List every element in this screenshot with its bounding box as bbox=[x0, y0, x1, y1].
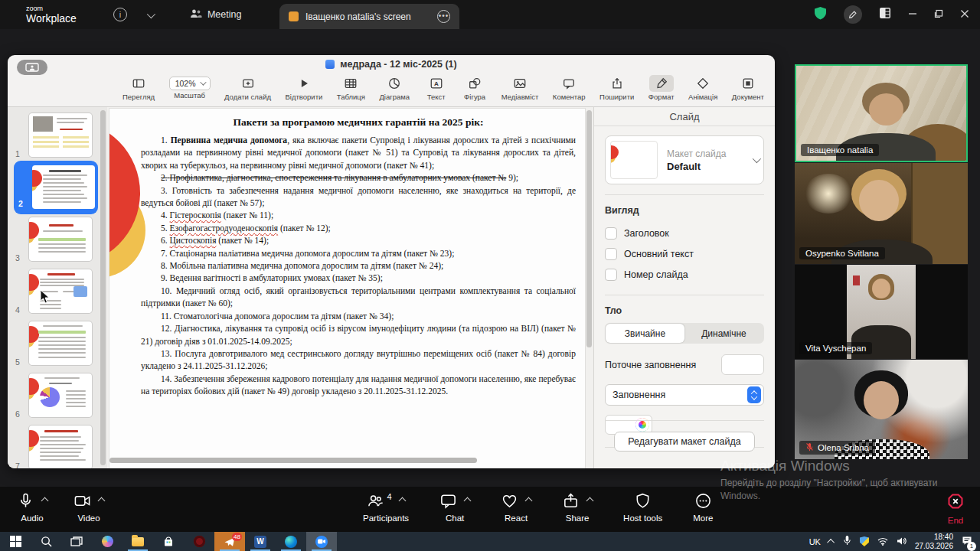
zoom-workplace-logo: zoom Workplace bbox=[26, 5, 77, 24]
chat-button[interactable]: Chat bbox=[439, 492, 470, 523]
document-icon bbox=[736, 75, 760, 92]
checkbox-unchecked[interactable] bbox=[605, 227, 617, 240]
toolbar-button-zoom[interactable]: 102%Масштаб bbox=[169, 75, 211, 99]
document-paragraph: 11. Стоматологічна допомога дорослим та … bbox=[141, 310, 576, 322]
edit-slide-layout-button[interactable]: Редагувати макет слайда bbox=[614, 432, 755, 452]
keynote-toolbar: Перегляд102%МасштабДодати слайдВідтворит… bbox=[8, 73, 775, 107]
segment-dynamic[interactable]: Динамічне bbox=[684, 324, 763, 343]
slide-thumbnail-5[interactable]: 5 bbox=[8, 320, 107, 369]
taskbar-copilot-icon[interactable] bbox=[92, 532, 122, 551]
taskbar-edge-icon[interactable] bbox=[276, 532, 306, 551]
toolbar-button-add-slide[interactable]: Додати слайд bbox=[224, 75, 271, 101]
tab-meeting[interactable]: Meeting bbox=[190, 8, 241, 21]
participant-video-1[interactable]: Іващенко natalia bbox=[795, 64, 968, 162]
notification-center-icon[interactable]: 1 bbox=[962, 535, 972, 549]
format-icon bbox=[649, 75, 674, 92]
security-shield-icon[interactable] bbox=[814, 6, 827, 23]
taskbar-word-icon[interactable]: W bbox=[245, 532, 276, 551]
slide-canvas[interactable]: Пакети за програмою медичних гарантій на… bbox=[107, 107, 593, 468]
fill-type-select[interactable]: Заповнення bbox=[605, 384, 764, 406]
checkbox-unchecked[interactable] bbox=[605, 248, 617, 260]
toolbar-button-chart[interactable]: Діаграма bbox=[379, 75, 410, 101]
chevron-up-icon[interactable] bbox=[464, 497, 472, 505]
more-button[interactable]: More bbox=[693, 492, 713, 523]
participant-name-label: Vita Vyschepan bbox=[799, 342, 872, 354]
slide-2-editing-area[interactable]: Пакети за програмою медичних гарантій на… bbox=[109, 109, 585, 468]
chevron-up-icon[interactable] bbox=[586, 497, 594, 505]
wifi-icon[interactable] bbox=[877, 535, 888, 549]
participant-video-2[interactable]: Osypenko Svitlana bbox=[795, 163, 968, 264]
chevron-up-icon[interactable] bbox=[525, 497, 533, 505]
checkbox-unchecked[interactable] bbox=[605, 269, 617, 281]
keynote-document-icon bbox=[325, 60, 335, 69]
tray-mic-icon[interactable] bbox=[843, 535, 851, 549]
tab-shared-screen[interactable]: Іващенко natalia's screen ••• bbox=[279, 4, 459, 29]
taskbar-start-icon[interactable] bbox=[0, 532, 31, 551]
vertical-scrollbar[interactable] bbox=[586, 110, 592, 347]
navigator-scrollbar[interactable] bbox=[100, 110, 106, 465]
hidden-icons-chevron[interactable] bbox=[827, 539, 835, 546]
chevron-up-icon[interactable] bbox=[41, 497, 49, 505]
comment-icon bbox=[557, 75, 581, 92]
toolbar-button-shape[interactable]: Фігура bbox=[462, 75, 487, 101]
close-window-icon[interactable] bbox=[960, 8, 969, 21]
toolbar-button-media[interactable]: Медіавміст bbox=[501, 75, 539, 101]
host-tools-button[interactable]: Host tools bbox=[623, 492, 662, 523]
slide-thumbnail-7[interactable]: 7 bbox=[8, 424, 107, 468]
maximize-window-icon[interactable] bbox=[934, 8, 943, 21]
toolbar-button-table[interactable]: Таблиця bbox=[337, 75, 365, 101]
segment-normal[interactable]: Звичайне bbox=[606, 324, 684, 343]
slide-thumbnail-4[interactable]: 4 bbox=[8, 268, 107, 317]
view-layout-icon[interactable] bbox=[879, 7, 891, 22]
toolbar-button-format[interactable]: Формат bbox=[648, 75, 675, 101]
taskbar-telegram-icon[interactable]: 48 bbox=[214, 532, 245, 551]
audio-button[interactable]: Audio bbox=[17, 492, 47, 523]
animate-icon bbox=[691, 75, 715, 92]
taskbar-explorer-icon[interactable] bbox=[122, 532, 153, 551]
windows-taskbar: 48W UK 18:40 27.03.2026 1 bbox=[0, 532, 980, 551]
toolbar-button-view[interactable]: Перегляд bbox=[122, 75, 155, 101]
slide-thumbnail-1[interactable]: 1 bbox=[8, 112, 107, 161]
slide-thumbnail-2[interactable]: 2 bbox=[8, 164, 107, 213]
toolbar-button-animate[interactable]: Анімація bbox=[688, 75, 717, 101]
participant-video-4[interactable]: Olena Sribna bbox=[795, 360, 968, 459]
taskbar-search-icon[interactable] bbox=[31, 532, 61, 551]
participants-button[interactable]: 4Participants bbox=[363, 492, 409, 523]
document-paragraph: 14. Забезпечення збереження кадрового по… bbox=[141, 373, 576, 398]
taskbar-store-icon[interactable] bbox=[153, 532, 184, 551]
slide-thumbnail-6[interactable]: 6 bbox=[8, 372, 107, 421]
tab-options-icon[interactable]: ••• bbox=[437, 10, 450, 23]
taskbar-clock[interactable]: 18:40 27.03.2026 bbox=[915, 533, 953, 550]
chevron-up-icon[interactable] bbox=[98, 497, 106, 505]
host-tools-icon bbox=[634, 492, 652, 513]
toolbar-button-play[interactable]: Відтворити bbox=[286, 75, 323, 101]
video-panel-toggle-button[interactable] bbox=[17, 60, 47, 75]
end-meeting-button[interactable]: End bbox=[946, 492, 965, 525]
slide-thumbnail-3[interactable]: 3 bbox=[8, 216, 107, 265]
toolbar-button-comment[interactable]: Коментар bbox=[553, 75, 586, 101]
toolbar-button-text[interactable]: AТекст bbox=[424, 75, 449, 101]
language-indicator[interactable]: UK bbox=[809, 537, 821, 546]
toolbar-button-document[interactable]: Документ bbox=[732, 75, 764, 101]
toolbar-button-share[interactable]: Поширити bbox=[599, 75, 634, 101]
participant-video-3[interactable]: Vita Vyschepan bbox=[795, 265, 968, 359]
share-button[interactable]: Share bbox=[562, 492, 593, 523]
slide-layout-selector[interactable]: Макет слайда Default bbox=[605, 135, 764, 184]
chevron-up-icon[interactable] bbox=[398, 497, 406, 505]
annotate-pencil-icon[interactable] bbox=[844, 5, 862, 24]
horizontal-scrollbar[interactable] bbox=[109, 458, 477, 463]
taskbar-antivirus-icon[interactable] bbox=[184, 532, 214, 551]
taskbar-zoom-icon[interactable] bbox=[306, 532, 337, 551]
chevron-down-icon[interactable] bbox=[147, 8, 153, 21]
security-status-icon[interactable] bbox=[860, 536, 869, 546]
logo-text-workplace: Workplace bbox=[26, 13, 77, 24]
video-button[interactable]: Video bbox=[74, 492, 104, 523]
volume-icon[interactable] bbox=[897, 535, 906, 549]
react-button[interactable]: React bbox=[501, 492, 531, 523]
current-fill-swatch[interactable] bbox=[721, 354, 764, 375]
minimize-window-icon[interactable] bbox=[908, 8, 917, 21]
info-icon[interactable]: i bbox=[113, 8, 127, 21]
slide-inspector-panel: Слайд Макет слайда Default Вигляд Заголо… bbox=[593, 107, 775, 468]
participant-video-panel: Іващенко natalia Osypenko Svitlana Vita … bbox=[795, 64, 968, 460]
taskbar-task-view-icon[interactable] bbox=[61, 532, 92, 551]
